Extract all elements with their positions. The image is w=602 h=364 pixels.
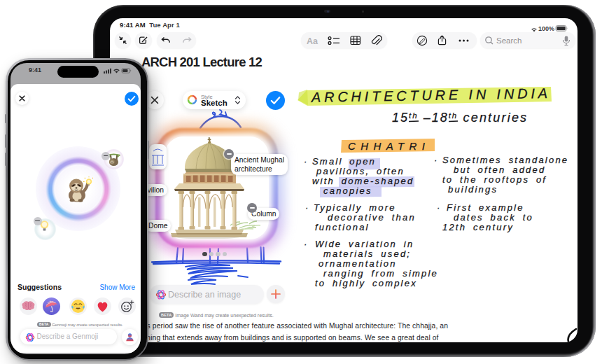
svg-text:functional: functional: [315, 222, 370, 232]
svg-text:·: ·: [304, 239, 309, 249]
svg-text:Sometimes standalone: Sometimes standalone: [442, 155, 568, 165]
svg-text:Wide variation in: Wide variation in: [315, 239, 414, 249]
svg-text:canopies: canopies: [323, 186, 372, 196]
svg-text:to highly complex: to highly complex: [315, 278, 417, 288]
svg-text:pavilions, often: pavilions, often: [316, 166, 405, 176]
svg-text:12th century: 12th century: [442, 222, 514, 232]
svg-text:with dome-shaped: with dome-shaped: [312, 176, 414, 186]
svg-text:·: ·: [305, 202, 310, 213]
svg-text:dates back to: dates back to: [454, 212, 533, 223]
svg-text:ranging from simple: ranging from simple: [323, 268, 438, 279]
svg-text:decorative than: decorative than: [328, 212, 416, 223]
svg-text:First example: First example: [447, 202, 524, 213]
svg-text:to the rooftops of: to the rooftops of: [442, 174, 547, 185]
svg-text:15th –18th centuries: 15th –18th centuries: [392, 111, 528, 125]
svg-text:materials used;: materials used;: [323, 248, 411, 259]
svg-text:·: ·: [304, 156, 309, 167]
svg-text:ornamentation: ornamentation: [318, 258, 397, 269]
svg-text:Small open: Small open: [312, 156, 376, 167]
svg-text:·: ·: [437, 202, 442, 213]
svg-text:·: ·: [434, 155, 439, 165]
svg-text:Typically more: Typically more: [314, 202, 396, 213]
svg-text:but often added: but often added: [454, 164, 545, 175]
svg-text:buildings: buildings: [448, 184, 498, 195]
svg-text:CHHATRI: CHHATRI: [348, 140, 430, 152]
